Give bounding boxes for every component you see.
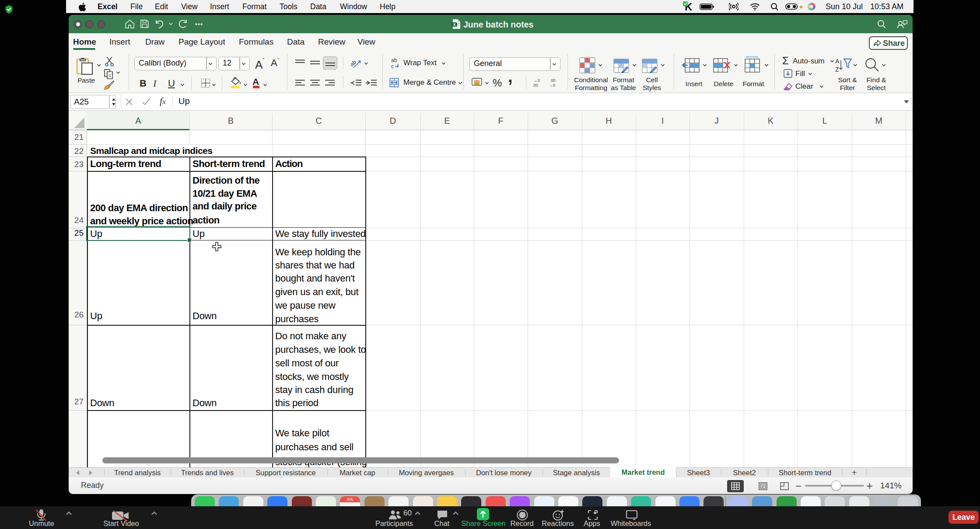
svg-text:.00: .00 [532, 83, 538, 87]
svg-text:.00: .00 [550, 78, 556, 83]
svg-text:←0: ←0 [534, 78, 540, 83]
svg-text:ab: ab [351, 59, 357, 68]
svg-text:X: X [453, 22, 456, 27]
svg-text:A: A [835, 58, 840, 65]
svg-text:c: c [391, 63, 394, 69]
svg-text:ab: ab [391, 58, 397, 63]
svg-text:Z: Z [835, 66, 839, 73]
svg-text:→0: →0 [549, 83, 555, 87]
